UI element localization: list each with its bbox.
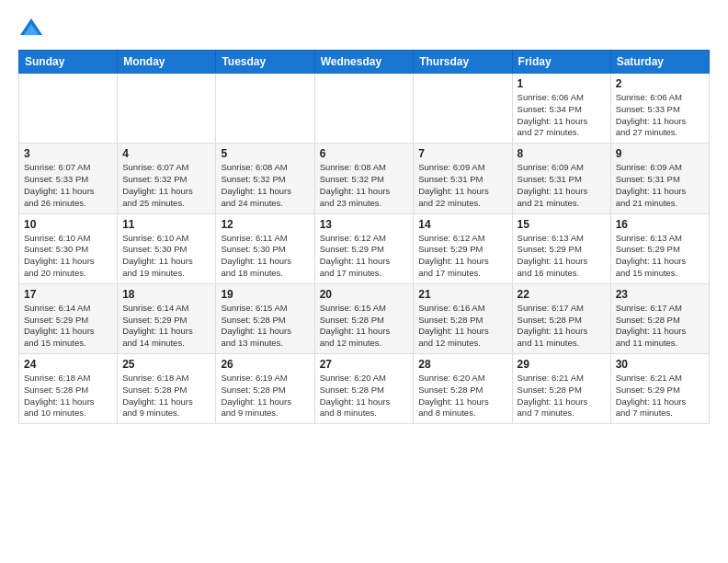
- logo-icon: [18, 15, 44, 40]
- day-number: 1: [518, 77, 606, 90]
- weekday-header-sunday: Sunday: [19, 51, 118, 74]
- calendar-cell: [314, 74, 414, 144]
- day-number: 20: [320, 288, 409, 301]
- day-number: 5: [221, 147, 309, 160]
- calendar-cell: 9Sunrise: 6:09 AM Sunset: 5:31 PM Daylig…: [610, 144, 709, 213]
- day-number: 29: [518, 358, 606, 371]
- day-number: 9: [616, 147, 704, 160]
- calendar-cell: 22Sunrise: 6:17 AM Sunset: 5:28 PM Dayli…: [512, 283, 610, 353]
- day-number: 10: [24, 218, 112, 231]
- calendar-cell: 15Sunrise: 6:13 AM Sunset: 5:29 PM Dayli…: [512, 213, 610, 283]
- calendar-cell: 13Sunrise: 6:12 AM Sunset: 5:29 PM Dayli…: [314, 213, 414, 283]
- calendar-cell: 16Sunrise: 6:13 AM Sunset: 5:29 PM Dayli…: [610, 213, 709, 283]
- day-info: Sunrise: 6:21 AM Sunset: 5:28 PM Dayligh…: [518, 373, 606, 419]
- calendar-week-row: 3Sunrise: 6:07 AM Sunset: 5:33 PM Daylig…: [19, 144, 710, 213]
- day-info: Sunrise: 6:07 AM Sunset: 5:32 PM Dayligh…: [122, 162, 210, 209]
- calendar-cell: 10Sunrise: 6:10 AM Sunset: 5:30 PM Dayli…: [19, 213, 118, 283]
- calendar-week-row: 24Sunrise: 6:18 AM Sunset: 5:28 PM Dayli…: [19, 354, 710, 424]
- calendar-cell: 7Sunrise: 6:09 AM Sunset: 5:31 PM Daylig…: [414, 144, 512, 213]
- calendar-cell: 18Sunrise: 6:14 AM Sunset: 5:29 PM Dayli…: [118, 283, 216, 353]
- calendar-cell: 1Sunrise: 6:06 AM Sunset: 5:34 PM Daylig…: [512, 74, 610, 144]
- calendar-cell: 24Sunrise: 6:18 AM Sunset: 5:28 PM Dayli…: [19, 354, 118, 424]
- day-info: Sunrise: 6:14 AM Sunset: 5:29 PM Dayligh…: [24, 303, 112, 350]
- calendar-cell: [414, 74, 512, 144]
- weekday-header-tuesday: Tuesday: [216, 51, 314, 74]
- day-number: 16: [616, 218, 704, 231]
- day-info: Sunrise: 6:10 AM Sunset: 5:30 PM Dayligh…: [122, 233, 210, 280]
- day-number: 6: [320, 147, 409, 160]
- day-info: Sunrise: 6:15 AM Sunset: 5:28 PM Dayligh…: [221, 303, 309, 350]
- day-number: 23: [616, 288, 704, 301]
- day-number: 22: [518, 288, 606, 301]
- calendar-cell: 14Sunrise: 6:12 AM Sunset: 5:29 PM Dayli…: [414, 213, 512, 283]
- day-number: 24: [24, 358, 112, 371]
- calendar-cell: 4Sunrise: 6:07 AM Sunset: 5:32 PM Daylig…: [118, 144, 216, 213]
- day-info: Sunrise: 6:10 AM Sunset: 5:30 PM Dayligh…: [24, 233, 112, 280]
- calendar-cell: 29Sunrise: 6:21 AM Sunset: 5:28 PM Dayli…: [512, 354, 610, 424]
- calendar-cell: 8Sunrise: 6:09 AM Sunset: 5:31 PM Daylig…: [512, 144, 610, 213]
- day-info: Sunrise: 6:09 AM Sunset: 5:31 PM Dayligh…: [518, 162, 606, 209]
- calendar-cell: 21Sunrise: 6:16 AM Sunset: 5:28 PM Dayli…: [414, 283, 512, 353]
- day-info: Sunrise: 6:07 AM Sunset: 5:33 PM Dayligh…: [24, 162, 112, 209]
- calendar-cell: 17Sunrise: 6:14 AM Sunset: 5:29 PM Dayli…: [19, 283, 118, 353]
- weekday-header-saturday: Saturday: [610, 51, 709, 74]
- day-info: Sunrise: 6:20 AM Sunset: 5:28 PM Dayligh…: [320, 373, 409, 419]
- page: SundayMondayTuesdayWednesdayThursdayFrid…: [0, 0, 728, 433]
- calendar-cell: 11Sunrise: 6:10 AM Sunset: 5:30 PM Dayli…: [118, 213, 216, 283]
- day-number: 4: [122, 147, 210, 160]
- day-info: Sunrise: 6:15 AM Sunset: 5:28 PM Dayligh…: [320, 303, 409, 350]
- calendar-cell: [19, 74, 118, 144]
- day-info: Sunrise: 6:21 AM Sunset: 5:29 PM Dayligh…: [616, 373, 704, 419]
- day-number: 28: [418, 358, 506, 371]
- day-info: Sunrise: 6:17 AM Sunset: 5:28 PM Dayligh…: [518, 303, 606, 350]
- day-info: Sunrise: 6:13 AM Sunset: 5:29 PM Dayligh…: [616, 233, 704, 280]
- day-info: Sunrise: 6:18 AM Sunset: 5:28 PM Dayligh…: [122, 373, 210, 419]
- day-number: 11: [122, 218, 210, 231]
- weekday-header-thursday: Thursday: [414, 51, 512, 74]
- day-number: 19: [221, 288, 309, 301]
- day-number: 30: [616, 358, 704, 371]
- day-info: Sunrise: 6:17 AM Sunset: 5:28 PM Dayligh…: [616, 303, 704, 350]
- day-info: Sunrise: 6:09 AM Sunset: 5:31 PM Dayligh…: [616, 162, 704, 209]
- calendar-cell: 2Sunrise: 6:06 AM Sunset: 5:33 PM Daylig…: [610, 74, 709, 144]
- weekday-header-friday: Friday: [512, 51, 610, 74]
- calendar-cell: [216, 74, 314, 144]
- calendar-cell: 12Sunrise: 6:11 AM Sunset: 5:30 PM Dayli…: [216, 213, 314, 283]
- calendar-cell: 27Sunrise: 6:20 AM Sunset: 5:28 PM Dayli…: [314, 354, 414, 424]
- calendar-cell: 20Sunrise: 6:15 AM Sunset: 5:28 PM Dayli…: [314, 283, 414, 353]
- day-info: Sunrise: 6:12 AM Sunset: 5:29 PM Dayligh…: [418, 233, 506, 280]
- calendar-cell: 3Sunrise: 6:07 AM Sunset: 5:33 PM Daylig…: [19, 144, 118, 213]
- day-number: 15: [518, 218, 606, 231]
- day-info: Sunrise: 6:18 AM Sunset: 5:28 PM Dayligh…: [24, 373, 112, 419]
- calendar-cell: 23Sunrise: 6:17 AM Sunset: 5:28 PM Dayli…: [610, 283, 709, 353]
- day-number: 8: [518, 147, 606, 160]
- header: [18, 15, 710, 40]
- calendar-cell: 19Sunrise: 6:15 AM Sunset: 5:28 PM Dayli…: [216, 283, 314, 353]
- day-number: 26: [221, 358, 309, 371]
- day-info: Sunrise: 6:06 AM Sunset: 5:33 PM Dayligh…: [616, 92, 704, 139]
- weekday-header-row: SundayMondayTuesdayWednesdayThursdayFrid…: [19, 51, 710, 74]
- calendar-cell: 30Sunrise: 6:21 AM Sunset: 5:29 PM Dayli…: [610, 354, 709, 424]
- day-number: 17: [24, 288, 112, 301]
- day-info: Sunrise: 6:06 AM Sunset: 5:34 PM Dayligh…: [518, 92, 606, 139]
- weekday-header-wednesday: Wednesday: [314, 51, 414, 74]
- day-number: 14: [418, 218, 506, 231]
- calendar-table: SundayMondayTuesdayWednesdayThursdayFrid…: [18, 50, 710, 424]
- day-info: Sunrise: 6:14 AM Sunset: 5:29 PM Dayligh…: [122, 303, 210, 350]
- day-info: Sunrise: 6:08 AM Sunset: 5:32 PM Dayligh…: [320, 162, 409, 209]
- calendar-cell: [118, 74, 216, 144]
- day-info: Sunrise: 6:13 AM Sunset: 5:29 PM Dayligh…: [518, 233, 606, 280]
- day-info: Sunrise: 6:11 AM Sunset: 5:30 PM Dayligh…: [221, 233, 309, 280]
- day-number: 13: [320, 218, 409, 231]
- calendar-cell: 25Sunrise: 6:18 AM Sunset: 5:28 PM Dayli…: [118, 354, 216, 424]
- calendar-cell: 5Sunrise: 6:08 AM Sunset: 5:32 PM Daylig…: [216, 144, 314, 213]
- calendar-cell: 28Sunrise: 6:20 AM Sunset: 5:28 PM Dayli…: [414, 354, 512, 424]
- day-number: 12: [221, 218, 309, 231]
- calendar-cell: 6Sunrise: 6:08 AM Sunset: 5:32 PM Daylig…: [314, 144, 414, 213]
- weekday-header-monday: Monday: [118, 51, 216, 74]
- calendar-cell: 26Sunrise: 6:19 AM Sunset: 5:28 PM Dayli…: [216, 354, 314, 424]
- day-info: Sunrise: 6:09 AM Sunset: 5:31 PM Dayligh…: [418, 162, 506, 209]
- day-info: Sunrise: 6:12 AM Sunset: 5:29 PM Dayligh…: [320, 233, 409, 280]
- calendar-week-row: 10Sunrise: 6:10 AM Sunset: 5:30 PM Dayli…: [19, 213, 710, 283]
- day-number: 18: [122, 288, 210, 301]
